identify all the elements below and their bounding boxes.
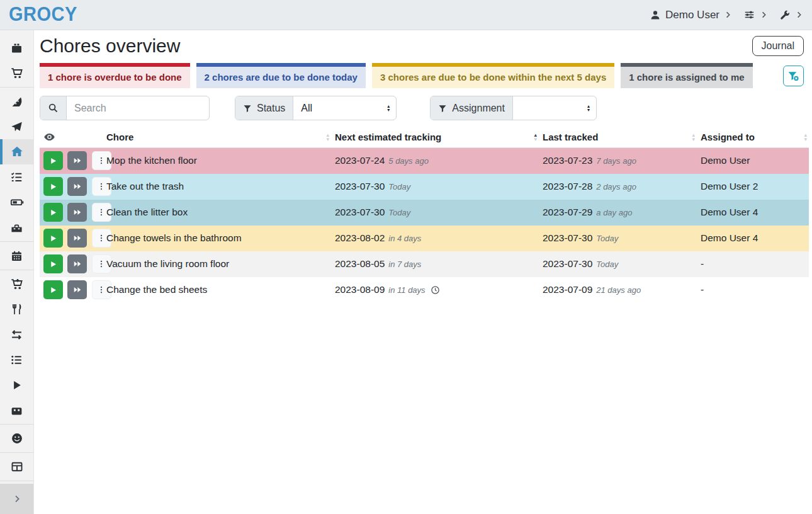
- track-execution-play-button[interactable]: [43, 229, 63, 248]
- skip-button[interactable]: [67, 203, 87, 222]
- skip-button[interactable]: [67, 254, 87, 273]
- next-tracking-cell: 2023-08-05in 7 days: [331, 251, 539, 277]
- chore-name[interactable]: Vacuum the living room floor: [103, 251, 331, 277]
- eye-icon: [43, 131, 93, 143]
- sidebar-item-chore-tracking[interactable]: [0, 372, 33, 397]
- page-title: Chores overview: [40, 35, 180, 57]
- track-execution-play-button[interactable]: [43, 280, 63, 299]
- sidebar-collapse-toggle[interactable]: [0, 484, 33, 514]
- sort-arrows-icon: ▴▾: [692, 133, 695, 142]
- ellipsis-vertical-icon: [97, 181, 106, 191]
- play-icon: [49, 234, 57, 243]
- smiley-icon: [11, 432, 23, 445]
- settings-menu[interactable]: [743, 9, 768, 21]
- track-execution-play-button[interactable]: [43, 203, 63, 222]
- chore-name[interactable]: Take out the trash: [103, 174, 331, 200]
- skip-button[interactable]: [67, 280, 87, 299]
- skip-button[interactable]: [67, 229, 87, 248]
- user-menu[interactable]: Demo User: [650, 9, 732, 21]
- sidebar-item-chores-active[interactable]: [0, 139, 33, 164]
- play-icon: [49, 183, 57, 191]
- column-header-assigned-to[interactable]: Assigned to ▴▾: [697, 127, 809, 148]
- assigned-to-cell: Demo User: [697, 148, 809, 174]
- chore-name[interactable]: Change the bed sheets: [103, 277, 331, 303]
- play-icon: [49, 260, 57, 268]
- grocy-logo[interactable]: GROCY: [9, 4, 77, 26]
- tasks-checklist-icon: [10, 171, 23, 184]
- sidebar-item-equipment[interactable]: [0, 215, 33, 240]
- case-icon: [10, 404, 23, 417]
- last-tracked-cell: 2023-07-30Today: [539, 226, 697, 251]
- search-icon: [48, 103, 59, 113]
- admin-menu[interactable]: [779, 9, 803, 21]
- fast-forward-icon: [73, 234, 82, 243]
- assignment-filter-select[interactable]: ▴▾: [513, 96, 596, 120]
- ellipsis-vertical-icon: [97, 285, 106, 295]
- next-tracking-cell: 2023-08-02in 4 days: [331, 226, 539, 251]
- column-header-next-tracking[interactable]: Next estimated tracking ▴▾: [331, 127, 539, 148]
- recipes-pizza-icon: [10, 95, 23, 108]
- sidebar-item-userobjects[interactable]: [0, 454, 33, 479]
- banner-due-soon[interactable]: 3 chores are due to be done within the n…: [372, 63, 614, 88]
- status-filter-group: Status All ▴▾: [235, 96, 397, 120]
- skip-button[interactable]: [67, 177, 87, 196]
- ellipsis-vertical-icon: [97, 233, 106, 243]
- journal-button[interactable]: Journal: [752, 36, 804, 56]
- fast-forward-icon: [73, 260, 82, 268]
- fast-forward-icon: [73, 156, 82, 165]
- chores-table: Chore ▴▾ Next estimated tracking ▴▾ Last…: [40, 127, 809, 303]
- sidebar-item-stock[interactable]: [0, 35, 33, 60]
- status-filter-select[interactable]: All ▴▾: [293, 96, 396, 120]
- sidebar-item-meal-plan[interactable]: [0, 114, 33, 139]
- stock-icon: [10, 42, 23, 55]
- table-grid-icon: [11, 460, 23, 473]
- banner-assigned-to-me[interactable]: 1 chore is assigned to me: [621, 63, 752, 88]
- status-banners: 1 chore is overdue to be done 2 chores a…: [34, 62, 812, 88]
- banner-due-today[interactable]: 2 chores are due to be done today: [196, 63, 366, 88]
- chore-name[interactable]: Clean the litter box: [103, 200, 331, 226]
- sidebar-item-batteries[interactable]: [0, 190, 33, 215]
- sidebar-item-master-data[interactable]: [0, 347, 33, 372]
- chevron-right-icon: [724, 11, 732, 19]
- chore-name[interactable]: Mop the kitchen floor: [103, 148, 331, 174]
- table-row: Clean the litter box 2023-07-30Today 202…: [40, 200, 809, 226]
- last-tracked-cell: 2023-07-0921 days ago: [539, 277, 697, 303]
- sidebar-item-shopping-mode[interactable]: [0, 271, 33, 297]
- toolbox-icon: [10, 221, 23, 234]
- sliders-icon: [743, 9, 755, 21]
- sidebar-item-calendar[interactable]: [0, 243, 33, 268]
- track-execution-play-button[interactable]: [43, 151, 63, 170]
- assigned-to-cell: Demo User 4: [697, 226, 809, 251]
- column-header-visibility[interactable]: [40, 127, 103, 148]
- track-execution-play-button[interactable]: [43, 177, 63, 196]
- fast-forward-icon: [73, 182, 82, 191]
- sidebar-item-userentities[interactable]: [0, 426, 33, 451]
- next-tracking-cell: 2023-07-30Today: [331, 200, 539, 226]
- column-header-chore[interactable]: Chore ▴▾: [103, 127, 331, 148]
- list-icon: [10, 353, 23, 367]
- sidebar-item-transactions[interactable]: [0, 322, 33, 347]
- search-input[interactable]: [67, 96, 209, 120]
- sidebar-item-battery-tracking[interactable]: [0, 397, 33, 423]
- filter-icon: [438, 104, 447, 113]
- search-prepend: [40, 96, 67, 120]
- fast-forward-icon: [73, 285, 82, 294]
- banner-overdue[interactable]: 1 chore is overdue to be done: [40, 63, 190, 88]
- calendar-icon: [10, 249, 23, 263]
- utensils-icon: [11, 303, 23, 316]
- clear-filters-button[interactable]: [783, 66, 804, 86]
- sidebar-item-shopping-list[interactable]: [0, 60, 33, 86]
- track-execution-play-button[interactable]: [43, 254, 63, 273]
- chevron-right-icon: [12, 494, 22, 504]
- home-icon: [10, 145, 24, 159]
- wrench-icon: [779, 9, 791, 21]
- sidebar-item-recipes-consume[interactable]: [0, 297, 33, 322]
- cart-plus-icon: [10, 277, 24, 291]
- sidebar-item-tasks[interactable]: [0, 164, 33, 190]
- next-tracking-cell: 2023-07-245 days ago: [331, 148, 539, 174]
- column-header-last-tracked[interactable]: Last tracked ▴▾: [539, 127, 697, 148]
- chore-name[interactable]: Change towels in the bathroom: [103, 226, 331, 251]
- filter-controls: Status All ▴▾ Assignment ▴▾: [34, 88, 812, 123]
- sidebar-item-recipes[interactable]: [0, 89, 33, 114]
- skip-button[interactable]: [67, 151, 87, 170]
